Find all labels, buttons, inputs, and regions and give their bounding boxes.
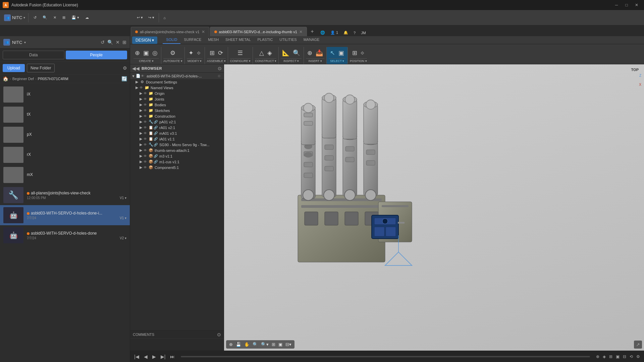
save-button[interactable]: 💾 ▾ xyxy=(69,14,81,21)
breadcrumb-home[interactable]: 🏠 xyxy=(3,76,8,81)
construct-button1[interactable]: △ xyxy=(258,48,265,58)
modify-button2[interactable]: ⟐ xyxy=(196,48,202,58)
expand-icon[interactable]: ▶ xyxy=(136,85,140,90)
browser-item[interactable]: ▶ 👁 📁 Sketches xyxy=(130,108,224,113)
browser-item[interactable]: ▶ ⚙ Document Settings xyxy=(130,79,224,85)
browser-menu-icon[interactable]: ⊙ xyxy=(218,66,222,71)
expand-icon[interactable]: ▶ xyxy=(140,148,144,153)
tool-btn-5[interactable]: ⊟ xyxy=(622,353,628,360)
browser-item[interactable]: ▶ 👁 📁 Bodies xyxy=(130,102,224,108)
position-button2[interactable]: ⟐ xyxy=(359,48,366,58)
inspect-button1[interactable]: 📐 xyxy=(281,48,291,58)
tab-close-1[interactable]: ✕ xyxy=(202,29,205,34)
inspect-button2[interactable]: 🔍 xyxy=(291,48,302,58)
ribbon-tab-utilities[interactable]: UTILITIES xyxy=(276,36,300,44)
expand-icon[interactable]: ▶ xyxy=(140,108,144,113)
expand-icon[interactable]: ▶ xyxy=(140,97,144,101)
assemble-button2[interactable]: ⟳ xyxy=(217,48,224,58)
list-item[interactable]: 🔧 all-planes|joints|holes-view-check 12:… xyxy=(0,185,130,205)
list-item[interactable]: mX xyxy=(0,165,130,185)
close-button[interactable]: ✕ xyxy=(632,2,641,8)
construct-button2[interactable]: ◈ xyxy=(266,48,273,58)
select-button1[interactable]: ↖ xyxy=(329,48,336,58)
tool-btn-3[interactable]: ⊞ xyxy=(608,353,614,360)
grid-view-button[interactable]: ⊞ xyxy=(60,14,67,21)
upload-button[interactable]: Upload xyxy=(3,64,25,72)
refresh-button[interactable]: ↺ xyxy=(32,14,39,21)
ribbon-tab-manage[interactable]: MANAGE xyxy=(300,36,323,44)
tool-btn-6[interactable]: ⟲ xyxy=(628,353,634,360)
tab-bar-help[interactable]: ? xyxy=(352,29,358,36)
expand-icon[interactable]: ▶ xyxy=(140,137,144,141)
insert-button1[interactable]: ⊕ xyxy=(306,48,314,58)
tab-bar-bell[interactable]: 🔔 xyxy=(341,29,350,36)
browser-item[interactable]: ▶ 👁 📋 🔗 iA01 v1:1 xyxy=(130,136,224,142)
position-button1[interactable]: ⊞ xyxy=(351,48,359,58)
browser-item[interactable]: ▶ 👁 📦 🔗 m1-cus v1:1 xyxy=(130,159,224,165)
tab-2[interactable]: asbld03-WITH-SERVO-d...e-including-thumb… xyxy=(210,27,307,36)
breadcrumb-sync-icon[interactable]: 🔄 xyxy=(121,76,127,81)
tool-btn-4[interactable]: ▣ xyxy=(614,353,621,360)
ribbon-tab-sheet-metal[interactable]: SHEET METAL xyxy=(222,36,254,44)
new-tab-button[interactable]: + xyxy=(308,27,317,36)
design-mode-button[interactable]: DESIGN ▾ xyxy=(132,37,157,44)
expand-icon[interactable]: ▶ xyxy=(140,154,144,158)
visibility-icon[interactable]: 👁 xyxy=(144,109,148,112)
sidebar-search-icon[interactable]: 🔍 xyxy=(107,40,113,45)
viewport[interactable]: TOP Z X xyxy=(224,64,644,351)
browser-item[interactable]: ▶ 👁 📦 Component5:1 xyxy=(130,165,224,170)
visibility-icon[interactable]: 👁 xyxy=(144,97,148,101)
list-item[interactable]: 🤖 asbld03-WITH-SERVO-d-holes-done-i... 7… xyxy=(0,205,130,225)
vp-orbit-button[interactable]: ⊕ xyxy=(228,341,234,348)
visibility-icon[interactable]: 👁 xyxy=(144,160,148,164)
ribbon-tab-surface[interactable]: SURFACE xyxy=(180,36,205,44)
tab-1[interactable]: all-planes|joints|holes-view-check v1 ✕ xyxy=(131,27,209,36)
sidebar-close-icon[interactable]: ✕ xyxy=(116,40,120,45)
browser-item[interactable]: ▶ 👁 📁 Construction xyxy=(130,113,224,119)
vp-corner-button[interactable]: ↗ xyxy=(634,341,642,349)
visibility-icon[interactable]: 👁 xyxy=(140,86,144,89)
ribbon-tab-solid[interactable]: SOLID xyxy=(163,36,180,44)
anim-skip-start[interactable]: |◀ xyxy=(133,353,141,360)
people-tab[interactable]: People xyxy=(66,51,127,59)
assemble-button1[interactable]: ⊞ xyxy=(208,48,216,58)
nitc-dropdown-icon[interactable]: ▾ xyxy=(23,16,25,19)
tab-close-2[interactable]: ✕ xyxy=(299,29,303,34)
visibility-icon[interactable]: 👁 xyxy=(144,131,148,135)
visibility-icon[interactable]: 👁 xyxy=(144,92,148,95)
configure-button[interactable]: ☰ xyxy=(236,48,244,58)
browser-item[interactable]: ▶ 👁 📁 Joints xyxy=(130,96,224,102)
browser-item[interactable]: ▶ 👁 🔧 🔗 SG90 - Micro Servo 9g - Tow... xyxy=(130,142,224,147)
settings-gear-button[interactable]: ⚙ xyxy=(123,65,127,71)
tool-btn-1[interactable]: ⊕ xyxy=(595,353,601,360)
expand-icon[interactable]: ▶ xyxy=(140,91,144,96)
expand-icon[interactable]: ▶ xyxy=(140,160,144,164)
modify-button1[interactable]: ✦ xyxy=(187,48,195,58)
sidebar-team-dropdown[interactable]: ▾ xyxy=(24,41,26,44)
tab-bar-account[interactable]: 👤 1 xyxy=(328,29,340,36)
list-item[interactable]: iX xyxy=(0,84,130,105)
expand-icon[interactable]: ▶ xyxy=(140,165,144,170)
anim-play[interactable]: ▶ xyxy=(151,353,157,360)
select-button2[interactable]: ▣ xyxy=(337,48,345,58)
breadcrumb-parent[interactable]: Beginner Def xyxy=(12,77,34,81)
browser-item[interactable]: ▶ 👁 📦 thumb-servo-attach:1 xyxy=(130,147,224,153)
visibility-icon[interactable]: 👁 xyxy=(144,154,148,158)
ribbon-tab-mesh[interactable]: MESH xyxy=(205,36,222,44)
list-item[interactable]: 🤖 asbld03-WITH-SERVO-d-holes-done 7/7/24… xyxy=(0,225,130,245)
create-extrude-button[interactable]: ▣ xyxy=(142,48,150,58)
expand-icon[interactable]: ▶ xyxy=(140,131,144,135)
anim-skip-end[interactable]: ⏭ xyxy=(169,353,176,360)
create-revolve-button[interactable]: ◎ xyxy=(151,48,159,58)
sidebar-grid-icon[interactable]: ⊞ xyxy=(122,40,126,45)
tab-bar-user[interactable]: JM xyxy=(359,29,368,36)
automate-button[interactable]: ⚙ xyxy=(169,48,177,58)
visibility-icon[interactable]: 👁 xyxy=(141,74,146,78)
timeline-track[interactable] xyxy=(181,356,590,357)
expand-icon[interactable]: ▶ xyxy=(140,103,144,107)
browser-item[interactable]: ▶ 👁 📦 🔗 m3 v1:1 xyxy=(130,153,224,159)
tool-btn-settings[interactable]: ⚙ xyxy=(635,353,641,360)
visibility-icon[interactable]: 👁 xyxy=(144,137,148,141)
browser-item[interactable]: ▶ 👁 🔧 🔗 pA01 v2:1 xyxy=(130,119,224,125)
browser-item[interactable]: ▶ 👁 📋 🔗 rA01 v2:1 xyxy=(130,125,224,130)
